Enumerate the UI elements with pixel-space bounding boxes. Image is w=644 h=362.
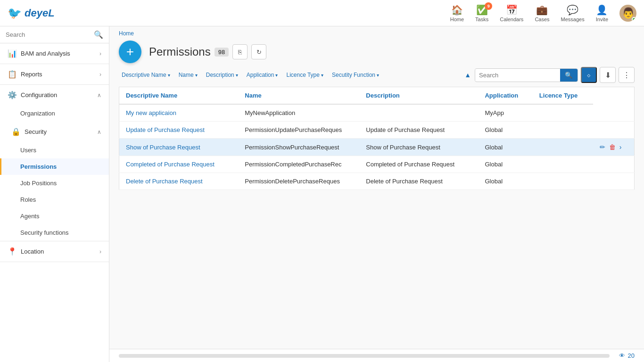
filter-security-function-chevron: ▾ [377, 73, 379, 78]
cell-name: MyNewApplication [238, 104, 359, 122]
sidebar: 🔍 📊 BAM and Analysis › 📋 Reports › ⚙️ Co… [0, 26, 109, 362]
cell-application: MyApp [478, 104, 532, 122]
logo-bird-icon: 🐦 [8, 7, 22, 20]
invite-icon: 👤 [596, 4, 608, 16]
main-layout: 🔍 📊 BAM and Analysis › 📋 Reports › ⚙️ Co… [0, 26, 644, 362]
sidebar-item-roles[interactable]: Roles [0, 191, 109, 208]
filter-application[interactable]: Application ▾ [244, 70, 281, 80]
home-label: Home [450, 16, 464, 22]
table-header-row: Descriptive Name Name Description Applic… [119, 87, 635, 105]
filter-name-chevron: ▾ [195, 73, 198, 78]
download-button[interactable]: ⬇ [600, 67, 616, 83]
cell-name: PermissionShowPurchaseRequest [238, 139, 359, 156]
edit-button[interactable]: ✏ [600, 143, 605, 151]
sidebar-item-permissions[interactable]: Permissions [0, 158, 109, 175]
collapse-button[interactable]: ▲ [464, 71, 471, 79]
refresh-icon: ↻ [256, 49, 262, 56]
sidebar-item-agents[interactable]: Agents [0, 208, 109, 224]
cell-description: Show of Purchase Request [359, 139, 478, 156]
location-chevron-icon: › [99, 248, 101, 255]
search-input[interactable] [6, 31, 90, 38]
sidebar-item-users[interactable]: Users [0, 142, 109, 158]
col-descriptive-name[interactable]: Descriptive Name [119, 87, 239, 105]
more-options-button[interactable]: ⋮ [619, 67, 635, 83]
table-row[interactable]: Update of Purchase RequestPermissionUpda… [119, 122, 635, 139]
cases-icon: 💼 [536, 4, 548, 16]
nav-calendars[interactable]: 📅 Calendars [500, 4, 523, 22]
row-actions-empty [593, 104, 635, 122]
nav-home[interactable]: 🏠 Home [450, 4, 464, 22]
bottom-bar: 👁 20 [109, 349, 644, 362]
filter-application-label: Application [247, 72, 274, 78]
security-chevron-icon: ∧ [97, 129, 101, 135]
cell-name: PermissionUpdatePurchaseReques [238, 122, 359, 139]
sidebar-item-security[interactable]: 🔒 Security ∧ [0, 122, 109, 142]
filter-licence-type[interactable]: Licence Type ▾ [283, 70, 326, 80]
table-search-input[interactable] [475, 69, 560, 81]
filter-name[interactable]: Name ▾ [176, 70, 200, 80]
col-description[interactable]: Description [359, 87, 478, 105]
sidebar-item-reports[interactable]: 📋 Reports › [0, 64, 109, 84]
messages-label: Messages [561, 16, 585, 22]
logo[interactable]: 🐦 deyeL [8, 7, 55, 20]
filter-security-function[interactable]: Secutity Function ▾ [329, 70, 382, 80]
calendars-label: Calendars [500, 16, 523, 22]
sidebar-item-location[interactable]: 📍 Location › [0, 241, 109, 262]
table-row[interactable]: My new applicaionMyNewApplicationMyApp [119, 104, 635, 122]
table-row[interactable]: Completed of Purchase RequestPermissionC… [119, 156, 635, 173]
filter-licence-type-label: Licence Type [286, 72, 320, 78]
table-search-button[interactable]: 🔍 [560, 69, 578, 82]
cell-licence-type [533, 156, 593, 173]
filter-licence-type-chevron: ▾ [321, 73, 323, 78]
add-button[interactable]: + [119, 41, 141, 63]
sidebar-item-configuration[interactable]: ⚙️ Configuration ∧ [0, 85, 109, 105]
configuration-label: Configuration [21, 91, 93, 99]
sidebar-item-bam[interactable]: 📊 BAM and Analysis › [0, 43, 109, 64]
filter-description-chevron: ▾ [236, 73, 238, 78]
configuration-icon: ⚙️ [8, 90, 17, 99]
filter-descriptive-name[interactable]: Descriptive Name ▾ [119, 70, 173, 80]
home-icon: 🏠 [451, 4, 463, 16]
table-row[interactable]: Show of Purchase RequestPermissionShowPu… [119, 139, 635, 156]
col-licence-type[interactable]: Licence Type [533, 87, 593, 105]
filter-description[interactable]: Description ▾ [203, 70, 241, 80]
cell-descriptive-name: Show of Purchase Request [119, 139, 239, 156]
col-application[interactable]: Application [478, 87, 532, 105]
refresh-button[interactable]: ↻ [251, 44, 266, 59]
filter-search-bar: Descriptive Name ▾ Name ▾ Description ▾ … [109, 65, 644, 87]
cases-label: Cases [535, 16, 549, 22]
sidebar-item-organization[interactable]: Organization [0, 105, 109, 122]
row-actions-empty [593, 122, 635, 139]
sidebar-item-job-positions[interactable]: Job Positions [0, 175, 109, 191]
nav-tasks[interactable]: ✅ 9 Tasks [475, 4, 488, 22]
delete-button[interactable]: 🗑 [609, 143, 616, 151]
cell-licence-type [533, 139, 593, 156]
breadcrumb[interactable]: Home [109, 26, 644, 41]
view-count-value: 20 [628, 352, 635, 359]
nav-left: 🐦 deyeL [8, 7, 55, 20]
messages-icon: 💬 [567, 4, 578, 16]
security-icon: 🔒 [11, 127, 21, 136]
page-title: Permissions [149, 45, 211, 58]
table-row[interactable]: Delete of Purchase RequestPermissionDele… [119, 173, 635, 190]
table-actions: 🔍 ⬦ ⬇ ⋮ [475, 67, 635, 83]
horizontal-scrollbar[interactable] [119, 354, 610, 358]
col-name[interactable]: Name [238, 87, 359, 105]
permissions-label: Permissions [20, 163, 57, 170]
detail-button[interactable]: › [619, 143, 622, 151]
sidebar-item-security-functions[interactable]: Security functions [0, 224, 109, 241]
cell-application: Global [478, 139, 532, 156]
breadcrumb-home: Home [119, 30, 134, 37]
filter-chips: Descriptive Name ▾ Name ▾ Description ▾ … [119, 70, 471, 80]
advanced-filter-button[interactable]: ⬦ [581, 67, 597, 83]
table-search-box: 🔍 [475, 68, 578, 82]
nav-messages[interactable]: 💬 Messages [561, 4, 585, 22]
nav-cases[interactable]: 💼 Cases [535, 4, 549, 22]
cell-name: PermissionDeletePurchaseReques [238, 173, 359, 190]
count-badge: 98 [215, 48, 229, 57]
nav-invite[interactable]: 👤 Invite [596, 4, 608, 22]
copy-button[interactable]: ⎘ [232, 44, 248, 59]
user-avatar[interactable]: 👨 [619, 5, 636, 22]
table-search-icon: 🔍 [565, 72, 573, 79]
search-icon[interactable]: 🔍 [94, 30, 103, 39]
